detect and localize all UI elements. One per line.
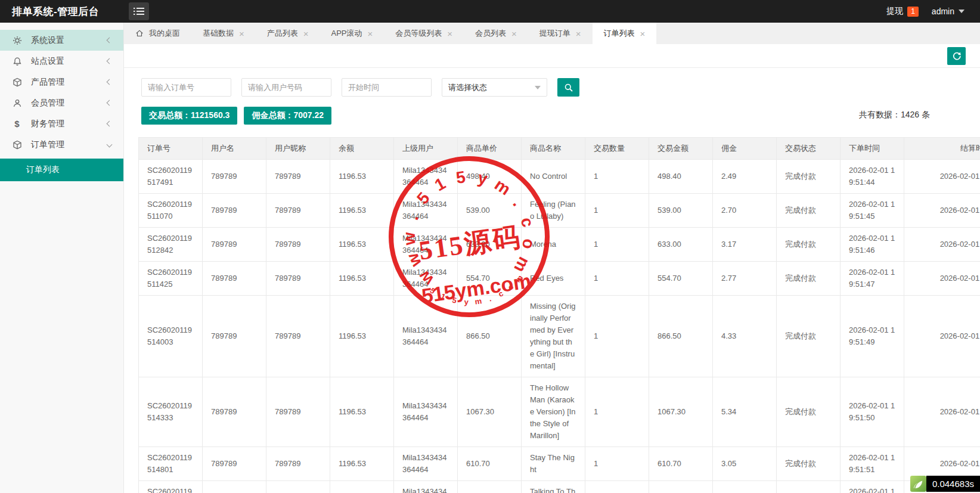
search-button[interactable] (557, 78, 579, 97)
table-cell-amount: 610.70 (649, 447, 713, 481)
close-icon[interactable]: × (303, 29, 309, 38)
sidebar-item-finance-management[interactable]: $ 财务管理 (0, 113, 123, 134)
close-icon[interactable]: × (239, 29, 244, 38)
dollar-icon: $ (12, 119, 22, 129)
table-cell-username: 789789 (203, 262, 266, 296)
user-icon (12, 98, 22, 108)
table-cell-product: Missing (Originally Performed by Everyth… (522, 296, 585, 377)
table-row: SC260201195140037897897897891196.53Mila1… (139, 296, 980, 377)
sidebar-item-order-list[interactable]: 订单列表 (0, 159, 123, 181)
column-header-created: 下单时间 (841, 138, 904, 160)
trade-total-label: 交易总额： (149, 110, 191, 120)
user-menu[interactable]: admin (932, 7, 965, 16)
table-cell-settled: 2026-02-01 19:51:47 (904, 262, 980, 296)
table-cell-commission: 2.49 (713, 160, 777, 194)
table-cell-username: 789789 (203, 194, 266, 228)
table-cell-qty: 1 (585, 296, 649, 377)
close-icon[interactable]: × (447, 29, 452, 38)
tab-order-list[interactable]: 订单列表 × (593, 23, 657, 44)
table-cell-order: SC26020119517491 (139, 160, 203, 194)
tab-my-desktop[interactable]: 我的桌面 (124, 23, 191, 44)
close-icon[interactable]: × (511, 29, 517, 38)
table-cell-username: 789789 (203, 447, 266, 481)
tab-member-list[interactable]: 会员列表 × (464, 23, 528, 44)
menu-toggle-button[interactable] (129, 2, 149, 20)
table-cell-price: 633.00 (458, 228, 522, 262)
table-cell-balance: 1196.53 (330, 194, 394, 228)
table-cell-username: 789789 (203, 228, 266, 262)
table-cell-amount: 866.50 (649, 296, 713, 377)
table-cell-nickname: 789789 (266, 262, 330, 296)
table-row: SC260201195152837897897897891196.53Mila1… (139, 481, 980, 493)
tab-product-list[interactable]: 产品列表 × (256, 23, 320, 44)
trade-total-button[interactable]: 交易总额：1121560.3 (141, 107, 237, 125)
sidebar-item-system-settings[interactable]: 系统设置 (0, 30, 123, 51)
table-cell-balance: 1196.53 (330, 481, 394, 493)
tab-label: 会员列表 (475, 28, 506, 39)
close-icon[interactable]: × (576, 29, 581, 38)
sidebar-item-site-settings[interactable]: 站点设置 (0, 51, 123, 72)
table-cell-nickname: 789789 (266, 481, 330, 493)
status-select[interactable]: 请选择状态 (442, 78, 547, 97)
tab-member-level-list[interactable]: 会员等级列表 × (384, 23, 464, 44)
refresh-button[interactable] (947, 47, 966, 65)
sidebar-item-label: 产品管理 (31, 77, 64, 88)
table-cell-amount: 554.70 (649, 262, 713, 296)
gear-icon (12, 35, 22, 45)
table-cell-username: 789789 (203, 481, 266, 493)
table-row: SC260201195148017897897897891196.53Mila1… (139, 447, 980, 481)
table-body: SC260201195174917897897897891196.53Mila1… (139, 160, 980, 493)
record-count: 共有数据：1426 条 (859, 110, 930, 120)
table-cell-commission: 2.70 (713, 194, 777, 228)
commission-total-label: 佣金总额： (252, 110, 293, 120)
table-cell-product: Red Eyes (522, 262, 585, 296)
table-cell-price: 498.40 (458, 160, 522, 194)
table-cell-qty: 1 (585, 194, 649, 228)
close-icon[interactable]: × (368, 29, 373, 38)
table-cell-parent: Mila1343434364464 (394, 377, 458, 447)
tab-withdraw-orders[interactable]: 提现订单 × (528, 23, 593, 44)
close-icon[interactable]: × (640, 29, 646, 38)
load-time-badge: 0.044683s (910, 476, 980, 492)
sidebar-item-product-management[interactable]: 产品管理 (0, 72, 123, 92)
sidebar: 系统设置 站点设置 产品管理 会员管理 $ 财务管理 订单管理 (0, 23, 124, 493)
bell-icon (12, 56, 22, 66)
table-cell-order: SC26020119511425 (139, 262, 203, 296)
table-cell-status: 完成付款 (777, 447, 841, 481)
table-cell-settled: 2026-02-01 19:51:50 (904, 377, 980, 447)
table-cell-price: 866.50 (458, 296, 522, 377)
commission-total-button[interactable]: 佣金总额：7007.22 (244, 107, 331, 125)
table-cell-username: 789789 (203, 160, 266, 194)
tab-basic-data[interactable]: 基础数据 × (191, 23, 256, 44)
start-time-input[interactable] (342, 78, 432, 97)
table-cell-qty: 1 (585, 160, 649, 194)
table-cell-balance: 1196.53 (330, 262, 394, 296)
home-icon (135, 29, 144, 38)
sidebar-item-order-management[interactable]: 订单管理 (0, 134, 123, 155)
table-cell-nickname: 789789 (266, 194, 330, 228)
tab-label: 会员等级列表 (395, 28, 442, 39)
table-cell-balance: 1196.53 (330, 296, 394, 377)
table-row: SC260201195174917897897897891196.53Mila1… (139, 160, 980, 194)
sidebar-item-member-management[interactable]: 会员管理 (0, 92, 123, 113)
table-cell-commission: 3.05 (713, 447, 777, 481)
trade-total-value: 1121560.3 (191, 110, 230, 120)
order-no-input[interactable] (141, 78, 231, 97)
table-cell-balance: 1196.53 (330, 447, 394, 481)
tab-app-scroll[interactable]: APP滚动 × (320, 23, 384, 44)
column-header-amount: 交易金额 (649, 138, 713, 160)
table-cell-qty: 1 (585, 377, 649, 447)
search-icon (564, 83, 573, 92)
sidebar-item-label: 财务管理 (31, 119, 64, 129)
chevron-left-icon (107, 79, 113, 85)
column-header-balance: 余额 (330, 138, 394, 160)
table-cell-nickname: 789789 (266, 228, 330, 262)
table-cell-balance: 1196.53 (330, 160, 394, 194)
tab-label: 提现订单 (539, 28, 570, 39)
user-no-input[interactable] (241, 78, 331, 97)
withdraw-link[interactable]: 提现 1 (886, 6, 919, 17)
stats-bar: 交易总额：1121560.3 佣金总额：7007.22 共有数据：1426 条 (124, 97, 980, 125)
table-cell-parent: Mila1343434364464 (394, 194, 458, 228)
table-cell-price: 610.70 (458, 447, 522, 481)
table-cell-product: Talking To The Moon (522, 481, 585, 493)
